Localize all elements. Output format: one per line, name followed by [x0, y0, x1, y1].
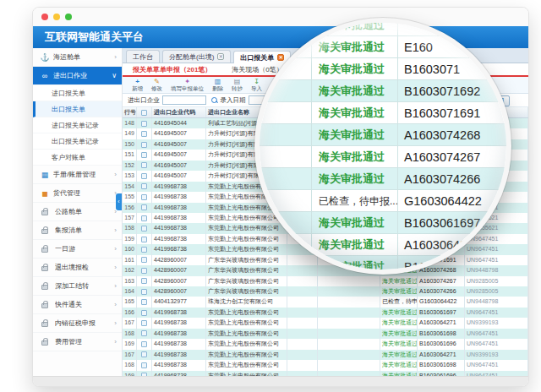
magnified-row: 海关审批通过A1603074268	[260, 124, 506, 146]
close-icon[interactable]: ✕	[217, 53, 224, 60]
row-checkbox[interactable]	[141, 194, 147, 200]
sidebar-subitem-出口报关单[interactable]: 出口报关单	[33, 101, 122, 117]
sidebar-item-label: 海运舱单	[53, 52, 114, 62]
row-number: 157	[123, 213, 137, 223]
empty-cell	[287, 350, 318, 360]
chevron-icon: ›	[114, 53, 117, 61]
row-checkbox[interactable]	[141, 183, 147, 189]
tab-分配舱单(出境)[interactable]: 分配舱单(出境)✕	[162, 50, 231, 63]
column-header-2[interactable]	[137, 107, 152, 117]
sidebar-item-5[interactable]: 公路舱单›	[33, 203, 122, 221]
row-checkbox-cell	[137, 203, 152, 213]
row-checkbox[interactable]	[141, 320, 147, 326]
tab-label: 分配舱单(出境)	[169, 51, 214, 63]
sidebar-item-6[interactable]: 集报清单›	[33, 221, 122, 240]
row-number: 154	[123, 182, 137, 192]
row-checkbox[interactable]	[141, 351, 147, 357]
sidebar-subitem-进口报关单记录[interactable]: 进口报关单记录	[33, 117, 122, 133]
row-checkbox-cell	[137, 171, 152, 181]
row-checkbox[interactable]	[141, 121, 147, 127]
column-header-1[interactable]: 行号	[123, 107, 137, 117]
app-title: 互联网智能通关平台	[45, 30, 144, 43]
close-window-button[interactable]	[41, 14, 48, 20]
row-checkbox[interactable]	[141, 173, 147, 179]
sidebar-item-2[interactable]: ∞进出口作业∨	[33, 67, 122, 85]
table-row[interactable]: 1694419968738东莞勤上光电股份有限公司海关审批通过B16030616…	[123, 339, 528, 349]
row-number: 156	[123, 203, 137, 213]
sidebar-item-label: 退出境报检	[55, 263, 114, 272]
row-checkbox[interactable]	[141, 162, 147, 168]
close-icon[interactable]: ✕	[277, 54, 284, 61]
select-all-checkbox[interactable]	[141, 110, 147, 116]
company-filter-input[interactable]	[162, 95, 206, 105]
sidebar-item-1[interactable]: ⚓海运舱单›	[33, 48, 122, 67]
column-header-3[interactable]: 进出口企业代码	[152, 107, 206, 117]
tab-label: 出口报关单	[240, 52, 274, 64]
toolbar-button-填写申报单位[interactable]: ✦填写申报单位	[167, 79, 208, 92]
subtab-1[interactable]: 报关单草单申报（201笔）	[123, 65, 221, 74]
sidebar-item-10[interactable]: 快件通关›	[33, 296, 122, 314]
minimize-window-button[interactable]	[53, 14, 60, 20]
sidebar-item-3[interactable]: ▦手册/账册管理›	[33, 166, 122, 184]
sidebar-item-11[interactable]: 内销征税申报›	[33, 314, 122, 333]
sidebar-item-12[interactable]: 费用管理›	[33, 333, 122, 351]
row-checkbox[interactable]	[141, 310, 147, 316]
row-checkbox[interactable]	[141, 289, 147, 295]
table-row[interactable]: 1684419968738东莞勤上光电股份有限公司海关审批通过B16030616…	[123, 329, 528, 339]
row-checkbox[interactable]	[141, 330, 147, 336]
sidebar-collapse-handle[interactable]: ‹	[116, 193, 122, 210]
sidebar-item-4[interactable]: ◼货代管理›	[33, 184, 122, 203]
company-name: 东莞勤上光电股份有限公司	[206, 308, 287, 318]
toolbar-button-导入[interactable]: ↧导入	[247, 79, 266, 92]
magnified-status: 已检查，待申报...	[312, 190, 398, 211]
toolbar-button-新增[interactable]: +新增	[128, 79, 147, 92]
row-checkbox[interactable]	[141, 257, 147, 263]
row-checkbox[interactable]	[141, 237, 147, 242]
table-row[interactable]: 1674419968738东莞勤上光电股份有限公司海关审批通过A16030642…	[123, 318, 528, 328]
magnified-row: 海关审批通过B1603061697	[260, 212, 506, 234]
row-checkbox-cell	[137, 329, 152, 339]
zoom-window-button[interactable]	[65, 14, 72, 20]
sidebar-subitem-进口报关单[interactable]: 进口报关单	[33, 85, 122, 101]
row-number: 155	[123, 192, 137, 202]
sidebar-subitem-出口报关单记录[interactable]: 出口报关单记录	[33, 133, 122, 150]
table-row[interactable]: 1634428960007广东华兴玻璃股份有限公司海关审批通过A16030742…	[123, 276, 528, 286]
empty-cell	[318, 350, 380, 360]
row-checkbox[interactable]	[141, 362, 147, 368]
toolbar-button-修改[interactable]: ✎修改	[147, 79, 167, 92]
row-checkbox[interactable]	[141, 278, 147, 284]
row-checkbox[interactable]	[141, 299, 147, 305]
row-checkbox[interactable]	[141, 152, 147, 158]
table-row[interactable]: 1644428960007广东华兴玻璃股份有限公司海关审批通过A16030742…	[123, 286, 528, 297]
sidebar-item-9[interactable]: 深加工结转›	[33, 277, 122, 296]
toolbar-button-转抄[interactable]: ▤转抄	[227, 79, 247, 92]
table-row[interactable]: 1654404132977珠海沈力创工贸有限公司已检查，待申报...G16030…	[123, 297, 528, 307]
sidebar-item-7[interactable]: 一日游›	[33, 240, 122, 259]
lock-icon	[41, 303, 48, 308]
company-code: 4419968738	[152, 192, 206, 202]
table-row[interactable]: 1664419968738东莞勤上光电股份有限公司海关审批通过B16030616…	[123, 308, 528, 318]
row-checkbox[interactable]	[141, 204, 147, 210]
company-code: 4416945007	[152, 150, 206, 160]
sidebar-subitem-客户对账单[interactable]: 客户对账单	[33, 150, 122, 166]
search-icon[interactable]	[211, 97, 218, 104]
empty-cell	[318, 318, 380, 328]
row-checkbox[interactable]	[141, 268, 147, 274]
table-row[interactable]: 1684419968738东莞勤上光电股份有限公司海关审批通过B16030616…	[123, 360, 528, 370]
company-code: 4416945007	[152, 139, 206, 150]
tab-工作台[interactable]: 工作台	[126, 50, 160, 63]
magnified-row: 已检查，待申报...G1603064422	[260, 190, 506, 212]
toolbar-button-删除[interactable]: ▥删除	[208, 79, 227, 92]
sidebar-item-8[interactable]: 退出境报检›	[33, 259, 122, 277]
row-checkbox[interactable]	[141, 341, 147, 347]
row-checkbox[interactable]	[141, 131, 147, 137]
tab-出口报关单[interactable]: 出口报关单✕	[233, 51, 291, 63]
row-checkbox[interactable]	[141, 215, 147, 221]
row-checkbox[interactable]	[141, 226, 147, 231]
row-checkbox[interactable]	[141, 247, 147, 253]
table-row[interactable]: 1624428960007广东华兴玻璃股份有限公司海关审批通过A16030742…	[123, 265, 528, 275]
row-checkbox-cell	[137, 318, 152, 328]
table-row[interactable]: 1674419968738东莞勤上光电股份有限公司海关审批通过A16030642…	[123, 350, 528, 360]
company-code: 4419968738	[152, 223, 206, 233]
row-checkbox[interactable]	[141, 142, 147, 148]
